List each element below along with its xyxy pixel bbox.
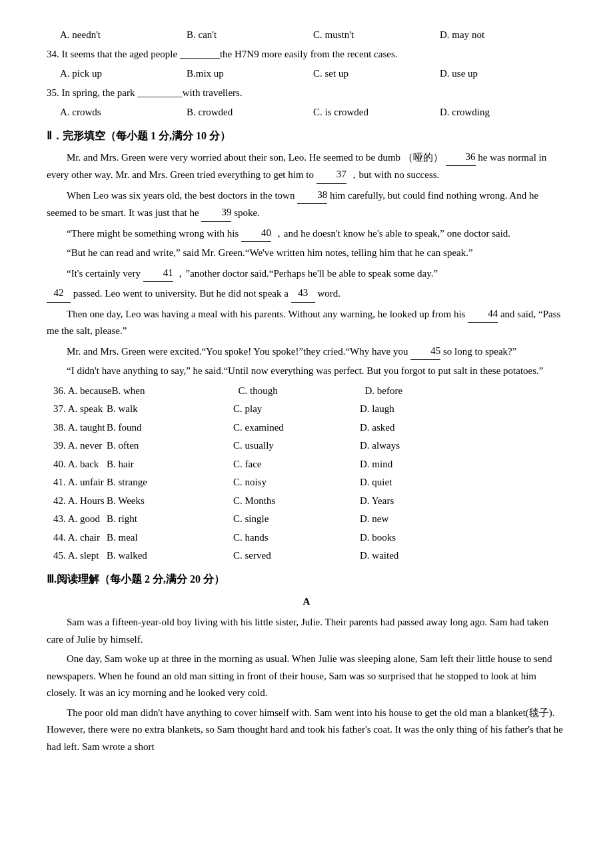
answer-option: 36. A. because: [53, 383, 111, 400]
answer-option: B. found: [107, 419, 233, 437]
para6a-text: Then one day, Leo was having a meal with…: [67, 309, 468, 319]
reading-para1: Sam was a fifteen-year-old boy living wi…: [47, 614, 566, 648]
answer-option: D. books: [360, 529, 473, 547]
answer-option: B. strange: [107, 474, 233, 491]
blank-39: 39: [201, 204, 231, 222]
q35-optD: D. crowding: [440, 104, 566, 121]
answer-option: 45. A. slept: [53, 547, 107, 565]
q35-optC: C. is crowded: [313, 104, 440, 121]
answer-row: 38. A. taughtB. foundC. examinedD. asked: [53, 419, 566, 437]
answer-option: C. Months: [233, 493, 360, 510]
answer-option: 40. A. back: [53, 456, 107, 473]
answer-option: 42. A. Hours: [53, 493, 107, 510]
answer-option: D. before: [364, 383, 478, 400]
cloze-para6: Then one day, Leo was having a meal with…: [47, 305, 566, 340]
para2c-text: spoke.: [234, 207, 260, 218]
answer-row: 41. A. unfairB. strangeC. noisyD. quiet: [53, 474, 566, 491]
cloze-para8: “I didn't have anything to say,” he said…: [47, 363, 566, 380]
answer-option: 44. A. chair: [53, 529, 107, 547]
answer-option: B. walk: [107, 401, 233, 418]
q33-optD: D. may not: [440, 27, 566, 44]
answer-option: D. mind: [360, 456, 473, 473]
answer-option: B. right: [107, 511, 233, 528]
cloze-para3: “There might be something wrong with his…: [47, 225, 566, 243]
q33-options: A. needn't B. can't C. mustn't D. may no…: [60, 27, 566, 44]
cloze-para1: Mr. and Mrs. Green were very worried abo…: [47, 149, 566, 184]
q34-options: A. pick up B.mix up C. set up D. use up: [60, 65, 566, 83]
answer-option: 37. A. speak: [53, 401, 107, 418]
reading-para3: The poor old man didn't have anything to…: [47, 705, 566, 756]
answer-option: D. quiet: [360, 474, 473, 491]
q35-text: 35. In spring, the park _________with tr…: [47, 85, 566, 102]
q34-text: 34. It seems that the aged people ______…: [47, 46, 566, 63]
answer-option: C. play: [233, 401, 360, 418]
answer-row: 40. A. backB. hairC. faceD. mind: [53, 456, 566, 473]
q35-optA: A. crowds: [60, 104, 187, 121]
answer-option: C. single: [233, 511, 360, 528]
q34-optC: C. set up: [313, 65, 440, 83]
q33-optC: C. mustn't: [313, 27, 440, 44]
q34-optA: A. pick up: [60, 65, 187, 83]
para1c-text: ，but with no success.: [349, 169, 440, 180]
q33-optA: A. needn't: [60, 27, 187, 44]
answer-option: C. examined: [233, 419, 360, 437]
para1-text: Mr. and Mrs. Green were very worried abo…: [67, 152, 443, 163]
answer-row: 45. A. sleptB. walkedC. servedD. waited: [53, 547, 566, 565]
answer-option: C. face: [233, 456, 360, 473]
reading-para2: One day, Sam woke up at three in the mor…: [47, 651, 566, 702]
blank-40: 40: [241, 225, 271, 243]
blank-36: 36: [446, 149, 476, 167]
para5c-text: passed. Leo went to university. But he d…: [73, 288, 291, 299]
answer-option: D. asked: [360, 419, 473, 437]
para5d-text: word.: [317, 288, 340, 299]
answer-row: 36. A. becauseB. whenC. thoughD. before: [53, 383, 566, 400]
answer-row: 42. A. HoursB. WeeksC. MonthsD. Years: [53, 493, 566, 510]
para3a-text: “There might be something wrong with his: [67, 228, 239, 239]
answer-row: 44. A. chairB. mealC. handsD. books: [53, 529, 566, 547]
cloze-para5: “It's certainly very 41 ，”another doctor…: [47, 265, 566, 283]
answer-row: 39. A. neverB. oftenC. usuallyD. always: [53, 437, 566, 455]
section2-header: Ⅱ．完形填空（每小题 1 分,满分 10 分）: [47, 127, 566, 145]
answer-option: 39. A. never: [53, 437, 107, 455]
blank-37: 37: [316, 166, 346, 184]
cloze-para7: Mr. and Mrs. Green were excited.“You spo…: [47, 343, 566, 361]
answer-option: D. new: [360, 511, 473, 528]
cloze-para4: “But he can read and write,” said Mr. Gr…: [47, 245, 566, 262]
answer-option: D. Years: [360, 493, 473, 510]
q33-optB: B. can't: [187, 27, 313, 44]
answer-option: C. noisy: [233, 474, 360, 491]
answer-option: B. when: [111, 383, 238, 400]
answer-row: 37. A. speakB. walkC. playD. laugh: [53, 401, 566, 418]
para7b-text: so long to speak?”: [443, 346, 516, 357]
answer-option: B. hair: [107, 456, 233, 473]
para5b-text: ，”another doctor said.“Perhaps he'll be …: [175, 268, 438, 279]
para2-text: When Leo was six years old, the best doc…: [67, 190, 297, 201]
blank-45: 45: [410, 343, 440, 361]
answer-option: C. hands: [233, 529, 360, 547]
cloze-para5b: 42 passed. Leo went to university. But h…: [47, 285, 566, 303]
blank-43: 43: [291, 285, 315, 303]
blank-41: 41: [143, 265, 173, 283]
blank-38: 38: [297, 187, 327, 205]
answer-option: B. Weeks: [107, 493, 233, 510]
answer-option: 43. A. good: [53, 511, 107, 528]
blank-42: 42: [47, 285, 71, 303]
answer-option: D. waited: [360, 547, 473, 565]
blank-44: 44: [468, 305, 498, 323]
answer-option: B. walked: [107, 547, 233, 565]
q34-optD: D. use up: [440, 65, 566, 83]
answer-option: D. always: [360, 437, 473, 455]
para5a-text: “It's certainly very: [67, 268, 143, 279]
para3b-text: ，and he doesn't know he's able to speak,…: [274, 228, 510, 239]
para7a-text: Mr. and Mrs. Green were excited.“You spo…: [67, 346, 410, 357]
section3-header: Ⅲ.阅读理解（每小题 2 分,满分 20 分）: [47, 570, 566, 588]
reading-section-a-title: A: [47, 593, 566, 611]
answer-option: C. though: [238, 383, 364, 400]
answer-option: 41. A. unfair: [53, 474, 107, 491]
q34-optB: B.mix up: [187, 65, 313, 83]
cloze-para2: When Leo was six years old, the best doc…: [47, 187, 566, 222]
answer-option: B. often: [107, 437, 233, 455]
q35-optB: B. crowded: [187, 104, 313, 121]
answer-option: D. laugh: [360, 401, 473, 418]
answer-option: C. usually: [233, 437, 360, 455]
